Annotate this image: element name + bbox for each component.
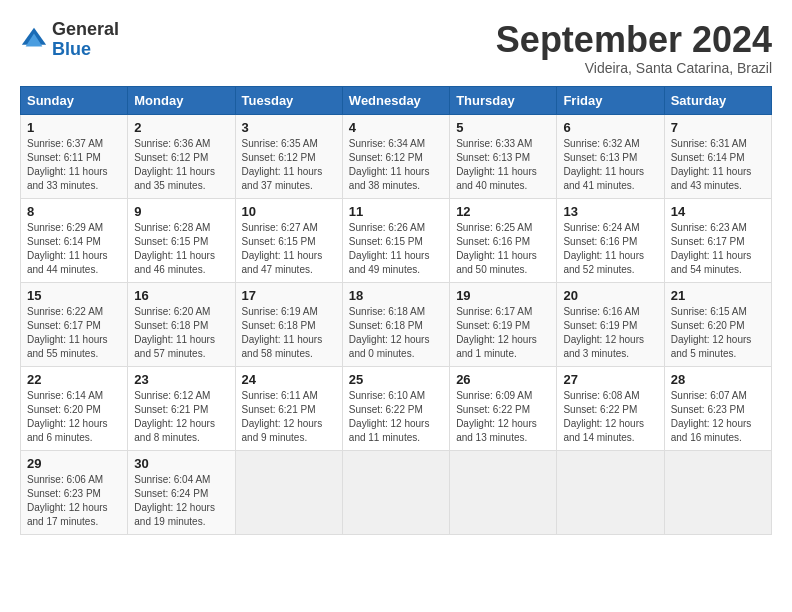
day-info: Sunrise: 6:08 AM Sunset: 6:22 PM Dayligh… <box>563 389 657 445</box>
day-cell: 21Sunrise: 6:15 AM Sunset: 6:20 PM Dayli… <box>664 282 771 366</box>
day-cell: 28Sunrise: 6:07 AM Sunset: 6:23 PM Dayli… <box>664 366 771 450</box>
day-number: 16 <box>134 288 228 303</box>
day-number: 5 <box>456 120 550 135</box>
day-cell <box>235 450 342 534</box>
day-number: 1 <box>27 120 121 135</box>
day-cell: 27Sunrise: 6:08 AM Sunset: 6:22 PM Dayli… <box>557 366 664 450</box>
day-number: 27 <box>563 372 657 387</box>
day-info: Sunrise: 6:15 AM Sunset: 6:20 PM Dayligh… <box>671 305 765 361</box>
weekday-header-monday: Monday <box>128 86 235 114</box>
day-info: Sunrise: 6:11 AM Sunset: 6:21 PM Dayligh… <box>242 389 336 445</box>
logo-text: General Blue <box>52 20 119 60</box>
day-cell: 14Sunrise: 6:23 AM Sunset: 6:17 PM Dayli… <box>664 198 771 282</box>
day-number: 6 <box>563 120 657 135</box>
calendar-table: SundayMondayTuesdayWednesdayThursdayFrid… <box>20 86 772 535</box>
day-info: Sunrise: 6:18 AM Sunset: 6:18 PM Dayligh… <box>349 305 443 361</box>
weekday-header-sunday: Sunday <box>21 86 128 114</box>
day-cell: 9Sunrise: 6:28 AM Sunset: 6:15 PM Daylig… <box>128 198 235 282</box>
day-number: 7 <box>671 120 765 135</box>
day-number: 9 <box>134 204 228 219</box>
day-cell: 24Sunrise: 6:11 AM Sunset: 6:21 PM Dayli… <box>235 366 342 450</box>
day-number: 4 <box>349 120 443 135</box>
week-row-3: 15Sunrise: 6:22 AM Sunset: 6:17 PM Dayli… <box>21 282 772 366</box>
day-number: 19 <box>456 288 550 303</box>
day-info: Sunrise: 6:36 AM Sunset: 6:12 PM Dayligh… <box>134 137 228 193</box>
logo: General Blue <box>20 20 119 60</box>
day-cell: 19Sunrise: 6:17 AM Sunset: 6:19 PM Dayli… <box>450 282 557 366</box>
day-cell: 13Sunrise: 6:24 AM Sunset: 6:16 PM Dayli… <box>557 198 664 282</box>
day-info: Sunrise: 6:35 AM Sunset: 6:12 PM Dayligh… <box>242 137 336 193</box>
day-cell: 8Sunrise: 6:29 AM Sunset: 6:14 PM Daylig… <box>21 198 128 282</box>
week-row-5: 29Sunrise: 6:06 AM Sunset: 6:23 PM Dayli… <box>21 450 772 534</box>
day-cell: 1Sunrise: 6:37 AM Sunset: 6:11 PM Daylig… <box>21 114 128 198</box>
day-info: Sunrise: 6:04 AM Sunset: 6:24 PM Dayligh… <box>134 473 228 529</box>
day-info: Sunrise: 6:06 AM Sunset: 6:23 PM Dayligh… <box>27 473 121 529</box>
day-number: 14 <box>671 204 765 219</box>
day-info: Sunrise: 6:31 AM Sunset: 6:14 PM Dayligh… <box>671 137 765 193</box>
day-cell: 5Sunrise: 6:33 AM Sunset: 6:13 PM Daylig… <box>450 114 557 198</box>
day-info: Sunrise: 6:24 AM Sunset: 6:16 PM Dayligh… <box>563 221 657 277</box>
day-info: Sunrise: 6:17 AM Sunset: 6:19 PM Dayligh… <box>456 305 550 361</box>
day-info: Sunrise: 6:32 AM Sunset: 6:13 PM Dayligh… <box>563 137 657 193</box>
day-info: Sunrise: 6:10 AM Sunset: 6:22 PM Dayligh… <box>349 389 443 445</box>
day-cell: 22Sunrise: 6:14 AM Sunset: 6:20 PM Dayli… <box>21 366 128 450</box>
day-number: 29 <box>27 456 121 471</box>
day-cell: 30Sunrise: 6:04 AM Sunset: 6:24 PM Dayli… <box>128 450 235 534</box>
day-info: Sunrise: 6:33 AM Sunset: 6:13 PM Dayligh… <box>456 137 550 193</box>
weekday-header-wednesday: Wednesday <box>342 86 449 114</box>
day-number: 30 <box>134 456 228 471</box>
day-cell: 25Sunrise: 6:10 AM Sunset: 6:22 PM Dayli… <box>342 366 449 450</box>
day-cell: 7Sunrise: 6:31 AM Sunset: 6:14 PM Daylig… <box>664 114 771 198</box>
day-info: Sunrise: 6:14 AM Sunset: 6:20 PM Dayligh… <box>27 389 121 445</box>
day-info: Sunrise: 6:09 AM Sunset: 6:22 PM Dayligh… <box>456 389 550 445</box>
month-title: September 2024 <box>496 20 772 60</box>
day-number: 25 <box>349 372 443 387</box>
day-number: 28 <box>671 372 765 387</box>
day-number: 3 <box>242 120 336 135</box>
day-info: Sunrise: 6:12 AM Sunset: 6:21 PM Dayligh… <box>134 389 228 445</box>
day-number: 23 <box>134 372 228 387</box>
day-cell: 3Sunrise: 6:35 AM Sunset: 6:12 PM Daylig… <box>235 114 342 198</box>
day-info: Sunrise: 6:37 AM Sunset: 6:11 PM Dayligh… <box>27 137 121 193</box>
day-cell <box>664 450 771 534</box>
day-info: Sunrise: 6:23 AM Sunset: 6:17 PM Dayligh… <box>671 221 765 277</box>
day-cell: 6Sunrise: 6:32 AM Sunset: 6:13 PM Daylig… <box>557 114 664 198</box>
day-number: 12 <box>456 204 550 219</box>
day-info: Sunrise: 6:34 AM Sunset: 6:12 PM Dayligh… <box>349 137 443 193</box>
day-info: Sunrise: 6:28 AM Sunset: 6:15 PM Dayligh… <box>134 221 228 277</box>
logo-icon <box>20 26 48 54</box>
week-row-2: 8Sunrise: 6:29 AM Sunset: 6:14 PM Daylig… <box>21 198 772 282</box>
day-cell: 16Sunrise: 6:20 AM Sunset: 6:18 PM Dayli… <box>128 282 235 366</box>
day-number: 11 <box>349 204 443 219</box>
day-cell: 4Sunrise: 6:34 AM Sunset: 6:12 PM Daylig… <box>342 114 449 198</box>
day-cell: 12Sunrise: 6:25 AM Sunset: 6:16 PM Dayli… <box>450 198 557 282</box>
day-info: Sunrise: 6:16 AM Sunset: 6:19 PM Dayligh… <box>563 305 657 361</box>
day-number: 10 <box>242 204 336 219</box>
day-number: 24 <box>242 372 336 387</box>
day-cell: 17Sunrise: 6:19 AM Sunset: 6:18 PM Dayli… <box>235 282 342 366</box>
day-info: Sunrise: 6:27 AM Sunset: 6:15 PM Dayligh… <box>242 221 336 277</box>
day-info: Sunrise: 6:25 AM Sunset: 6:16 PM Dayligh… <box>456 221 550 277</box>
day-cell: 10Sunrise: 6:27 AM Sunset: 6:15 PM Dayli… <box>235 198 342 282</box>
day-info: Sunrise: 6:20 AM Sunset: 6:18 PM Dayligh… <box>134 305 228 361</box>
day-number: 8 <box>27 204 121 219</box>
day-info: Sunrise: 6:07 AM Sunset: 6:23 PM Dayligh… <box>671 389 765 445</box>
location-subtitle: Videira, Santa Catarina, Brazil <box>496 60 772 76</box>
week-row-1: 1Sunrise: 6:37 AM Sunset: 6:11 PM Daylig… <box>21 114 772 198</box>
day-cell: 18Sunrise: 6:18 AM Sunset: 6:18 PM Dayli… <box>342 282 449 366</box>
day-cell: 23Sunrise: 6:12 AM Sunset: 6:21 PM Dayli… <box>128 366 235 450</box>
weekday-header-thursday: Thursday <box>450 86 557 114</box>
day-info: Sunrise: 6:22 AM Sunset: 6:17 PM Dayligh… <box>27 305 121 361</box>
weekday-header-tuesday: Tuesday <box>235 86 342 114</box>
day-cell: 20Sunrise: 6:16 AM Sunset: 6:19 PM Dayli… <box>557 282 664 366</box>
page-header: General Blue September 2024 Videira, San… <box>20 20 772 76</box>
weekday-header-friday: Friday <box>557 86 664 114</box>
day-cell <box>557 450 664 534</box>
day-cell: 2Sunrise: 6:36 AM Sunset: 6:12 PM Daylig… <box>128 114 235 198</box>
weekday-header-row: SundayMondayTuesdayWednesdayThursdayFrid… <box>21 86 772 114</box>
day-number: 22 <box>27 372 121 387</box>
day-number: 18 <box>349 288 443 303</box>
day-cell <box>450 450 557 534</box>
day-info: Sunrise: 6:26 AM Sunset: 6:15 PM Dayligh… <box>349 221 443 277</box>
weekday-header-saturday: Saturday <box>664 86 771 114</box>
